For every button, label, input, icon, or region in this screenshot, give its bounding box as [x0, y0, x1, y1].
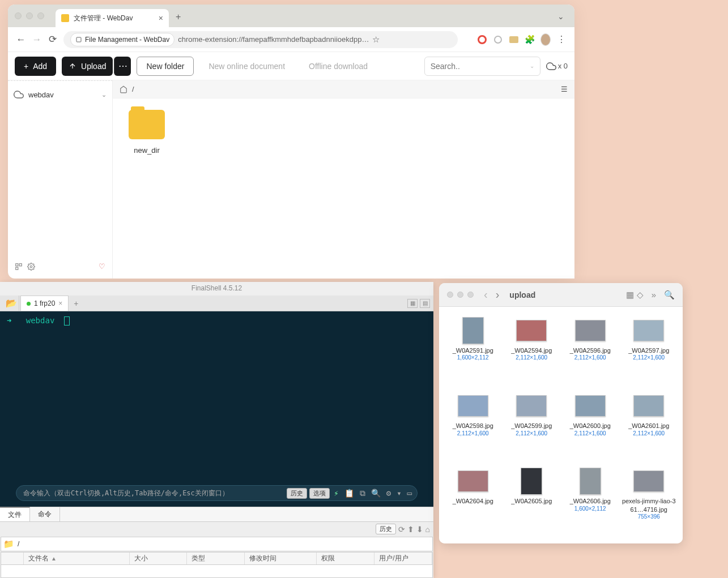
terminal-tab-label: 1 frp20 [34, 299, 55, 307]
finder-item[interactable]: _W0A2597.jpg2,112×1,600 [620, 317, 679, 374]
image-thumbnail [580, 468, 601, 495]
finder-item[interactable]: _W0A2594.jpg2,112×1,600 [503, 317, 561, 374]
new-folder-button[interactable]: New folder [137, 57, 194, 76]
circle-icon[interactable] [493, 35, 503, 45]
qr-icon[interactable] [15, 263, 23, 271]
history-button[interactable]: 历史 [376, 524, 396, 534]
chevron-down-icon[interactable]: ⌄ [101, 91, 107, 99]
back-button[interactable]: ← [16, 34, 26, 45]
window-min-btn[interactable] [26, 12, 33, 19]
upload-button[interactable]: Upload [62, 57, 113, 76]
site-badge[interactable]: File Management - WebDav [70, 33, 174, 46]
home-icon[interactable]: ⌂ [425, 525, 430, 534]
finder-item[interactable]: pexels-jimmy-liao-361…4716.jpg755×396 [620, 468, 679, 533]
window-max-btn[interactable] [37, 12, 44, 19]
address-bar[interactable]: File Management - WebDav chrome-extensio… [63, 31, 458, 48]
gear-icon[interactable] [27, 263, 35, 271]
window-min-btn[interactable] [457, 292, 463, 298]
tab-files[interactable]: 文件 [0, 507, 30, 521]
add-button[interactable]: + Add [15, 57, 56, 76]
gear-icon[interactable]: ⚙ [385, 489, 393, 498]
close-icon[interactable]: × [58, 299, 62, 307]
traffic-lights[interactable] [447, 292, 474, 298]
reload-button[interactable]: ⟳ [48, 33, 58, 45]
th-filename[interactable]: 文件名▲ [24, 553, 130, 564]
close-icon[interactable]: × [159, 14, 163, 23]
options-button[interactable]: 选项 [309, 488, 330, 499]
window-close-btn[interactable] [447, 292, 453, 298]
profile-avatar[interactable] [540, 35, 551, 45]
file-name: _W0A2604.jpg [445, 497, 501, 505]
th-size[interactable]: 大小 [130, 553, 188, 564]
back-button[interactable]: ‹ [484, 288, 488, 301]
heart-icon[interactable]: ♡ [99, 262, 105, 271]
finder-item[interactable]: _W0A2600.jpg2,112×1,600 [561, 392, 620, 449]
new-terminal-tab-button[interactable]: + [70, 296, 82, 311]
th-mtime[interactable]: 修改时间 [245, 553, 317, 564]
refresh-icon[interactable]: ⟳ [398, 525, 405, 534]
copy-icon[interactable]: ⧉ [358, 489, 367, 498]
file-grid[interactable]: new_dir [113, 99, 574, 279]
chevron-down-icon[interactable]: ⌄ [530, 63, 534, 69]
opera-icon[interactable] [477, 35, 487, 45]
new-online-doc-button[interactable]: New online document [199, 57, 294, 76]
home-icon[interactable] [120, 85, 127, 93]
extensions-icon[interactable]: 🧩 [525, 35, 535, 45]
upload-more-button[interactable]: ⋯ [114, 57, 131, 76]
hamburger-icon[interactable]: ☰ [561, 85, 568, 93]
window-close-btn[interactable] [15, 12, 22, 19]
search-box[interactable]: ⌄ [424, 57, 540, 76]
new-online-doc-label: New online document [208, 62, 285, 71]
sidebar-item-webdav[interactable]: webdav ⌄ [14, 85, 107, 104]
th-user[interactable]: 用户/用户 [374, 553, 432, 564]
forward-button[interactable]: › [496, 288, 500, 301]
breadcrumb-path[interactable]: / [132, 85, 134, 93]
layout-split-icon[interactable]: ▤ [420, 299, 430, 308]
cloud-icon [14, 89, 24, 100]
apps-icon[interactable] [463, 36, 471, 44]
layout-grid-icon[interactable]: ▦ [407, 299, 418, 308]
kebab-menu-icon[interactable]: ⋮ [556, 35, 567, 45]
th-icon[interactable] [1, 553, 24, 564]
finder-item[interactable]: _W0A2591.jpg1,600×2,112 [444, 317, 503, 374]
search-icon[interactable]: 🔍 [369, 489, 382, 498]
folder-item-new-dir[interactable]: new_dir [124, 110, 169, 155]
command-bar[interactable]: 命令输入（双击Ctrl切换,Alt历史,Tab路径/命令,Esc关闭窗口） 历史… [16, 485, 418, 501]
tab-active[interactable]: 文件管理 - WebDav × [56, 9, 169, 27]
maximize-icon[interactable]: ▭ [406, 489, 414, 498]
download-icon[interactable]: ⬇ [416, 525, 423, 534]
forward-button[interactable]: → [32, 34, 42, 45]
search-input[interactable] [431, 62, 530, 71]
search-icon[interactable]: 🔍 [664, 290, 675, 300]
more-icon[interactable]: » [652, 290, 656, 300]
upload-icon[interactable]: ⬆ [407, 525, 414, 534]
finder-item[interactable]: _W0A2604.jpg [444, 468, 503, 533]
finder-item[interactable]: _W0A2596.jpg2,112×1,600 [561, 317, 620, 374]
th-perm[interactable]: 权限 [317, 553, 374, 564]
history-button[interactable]: 历史 [287, 488, 307, 499]
terminal-tab[interactable]: 1 frp20 × [20, 296, 69, 311]
offline-download-button[interactable]: Offline download [300, 57, 377, 76]
finder-item[interactable]: _W0A2605.jpg [503, 468, 561, 533]
finder-grid[interactable]: _W0A2591.jpg1,600×2,112_W0A2594.jpg2,112… [439, 307, 683, 543]
dropdown-icon[interactable]: ▾ [395, 489, 403, 498]
traffic-lights[interactable] [15, 12, 44, 19]
bookmark-star-icon[interactable]: ☆ [372, 35, 380, 45]
finder-item[interactable]: _W0A2606.jpg1,600×2,112 [561, 468, 620, 533]
view-icons-icon[interactable]: ▦ ◇ [626, 290, 643, 300]
th-type[interactable]: 类型 [187, 553, 245, 564]
terminal[interactable]: ➜ webdav 命令输入（双击Ctrl切换,Alt历史,Tab路径/命令,Es… [0, 311, 433, 507]
folder-open-icon[interactable]: 📂 [3, 296, 19, 311]
path-bar[interactable]: 📁 / [1, 537, 433, 551]
window-max-btn[interactable] [467, 292, 474, 298]
folder-icon-small[interactable] [509, 35, 519, 45]
chevron-down-icon[interactable]: ⌄ [557, 12, 568, 22]
bolt-icon[interactable]: ⚡ [332, 489, 340, 498]
new-tab-button[interactable]: + [176, 12, 181, 22]
tab-commands[interactable]: 命令 [30, 507, 60, 521]
cloud-count[interactable]: x 0 [546, 61, 568, 71]
finder-item[interactable]: _W0A2601.jpg2,112×1,600 [620, 392, 679, 449]
clipboard-icon[interactable]: 📋 [343, 489, 356, 498]
finder-item[interactable]: _W0A2599.jpg2,112×1,600 [503, 392, 561, 449]
finder-item[interactable]: _W0A2598.jpg2,112×1,600 [444, 392, 503, 449]
